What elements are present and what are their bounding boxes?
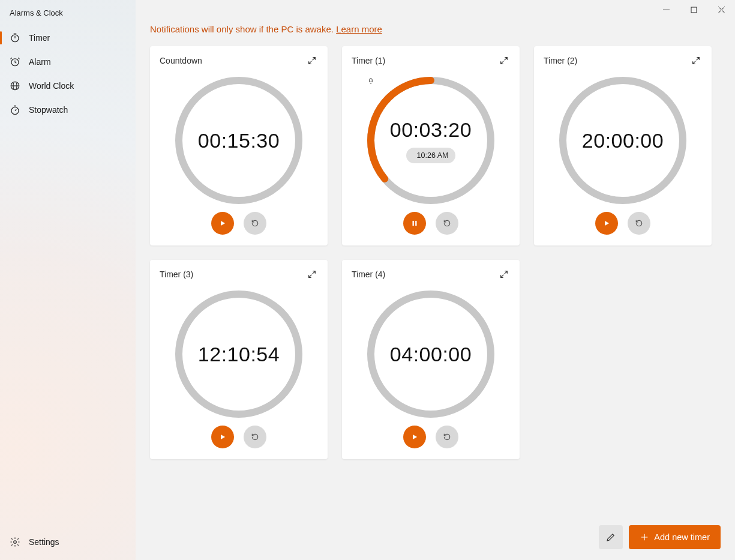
main-panel: Notifications will only show if the PC i… [136, 0, 735, 560]
sidebar-item-label: Alarm [29, 57, 51, 67]
timer-end-time-pill: 10:26 AM [406, 148, 456, 163]
play-button[interactable] [595, 212, 618, 235]
timer-card[interactable]: Countdown 00:15:30 [150, 46, 328, 245]
expand-button[interactable] [498, 268, 510, 280]
timer-name: Timer (1) [352, 56, 385, 65]
play-button[interactable] [211, 426, 234, 448]
timer-time: 00:03:20 [390, 118, 472, 142]
svg-rect-11 [415, 221, 416, 226]
timer-name: Timer (3) [160, 269, 193, 279]
timer-dial: 00:15:30 [160, 67, 318, 212]
reset-button[interactable] [436, 212, 458, 235]
stopwatch-icon [10, 104, 20, 115]
close-button[interactable] [707, 0, 735, 19]
timer-card[interactable]: Timer (2) 20:00:00 [534, 46, 712, 245]
timer-time: 12:10:54 [198, 343, 280, 366]
reset-button[interactable] [436, 426, 458, 448]
timer-dial: 00:03:20 10:26 AM [352, 67, 510, 212]
notification-text: Notifications will only show if the PC i… [150, 24, 336, 34]
nav: Timer Alarm World Clock [0, 26, 136, 122]
notification-link[interactable]: Learn more [336, 24, 382, 34]
sidebar-item-alarm[interactable]: Alarm [0, 50, 136, 74]
timer-end-time: 10:26 AM [417, 151, 449, 160]
reset-button[interactable] [628, 212, 650, 235]
world-clock-icon [10, 80, 20, 91]
timer-name: Countdown [160, 56, 202, 65]
svg-point-5 [14, 541, 17, 544]
timer-time: 20:00:00 [582, 129, 664, 152]
expand-button[interactable] [690, 55, 702, 67]
window-controls [652, 0, 735, 19]
add-button-label: Add new timer [654, 532, 710, 542]
minimize-button[interactable] [652, 0, 680, 19]
timer-grid: Countdown 00:15:30 Timer (1) [136, 39, 735, 466]
timer-dial: 20:00:00 [544, 67, 702, 212]
timer-card[interactable]: Timer (1) 00:03:20 10:26 AM [342, 46, 520, 245]
expand-button[interactable] [306, 55, 318, 67]
timer-name: Timer (2) [544, 56, 577, 65]
sidebar-item-timer[interactable]: Timer [0, 26, 136, 50]
notification-banner: Notifications will only show if the PC i… [136, 0, 735, 39]
play-button[interactable] [403, 426, 426, 448]
gear-icon [10, 537, 20, 547]
expand-button[interactable] [498, 55, 510, 67]
timer-card[interactable]: Timer (3) 12:10:54 [150, 260, 328, 459]
timer-dial: 04:00:00 [352, 280, 510, 426]
reset-button[interactable] [244, 212, 266, 235]
app-title: Alarms & Clock [0, 0, 136, 26]
sidebar-item-label: Settings [29, 537, 59, 547]
reset-button[interactable] [244, 426, 266, 448]
bottom-toolbar: Add new timer [599, 525, 721, 549]
svg-rect-6 [691, 7, 697, 13]
expand-button[interactable] [306, 268, 318, 280]
alarm-icon [10, 56, 20, 67]
sidebar: Alarms & Clock Timer Alarm [0, 0, 136, 560]
timer-name: Timer (4) [352, 269, 385, 279]
sidebar-item-settings[interactable]: Settings [0, 530, 136, 554]
maximize-button[interactable] [680, 0, 707, 19]
add-new-timer-button[interactable]: Add new timer [629, 525, 721, 549]
sidebar-item-stopwatch[interactable]: Stopwatch [0, 98, 136, 122]
timer-time: 00:15:30 [198, 129, 280, 152]
timer-dial: 12:10:54 [160, 280, 318, 426]
sidebar-item-label: Stopwatch [29, 105, 68, 115]
timer-card[interactable]: Timer (4) 04:00:00 [342, 260, 520, 459]
pause-button[interactable] [403, 212, 426, 235]
plus-icon [640, 532, 649, 542]
sidebar-item-label: Timer [29, 33, 50, 43]
svg-rect-10 [413, 221, 414, 226]
edit-timers-button[interactable] [599, 525, 623, 549]
sidebar-item-label: World Clock [29, 81, 74, 91]
timer-time: 04:00:00 [390, 343, 472, 366]
sidebar-item-world-clock[interactable]: World Clock [0, 74, 136, 98]
timer-icon [10, 32, 20, 43]
play-button[interactable] [211, 212, 234, 235]
